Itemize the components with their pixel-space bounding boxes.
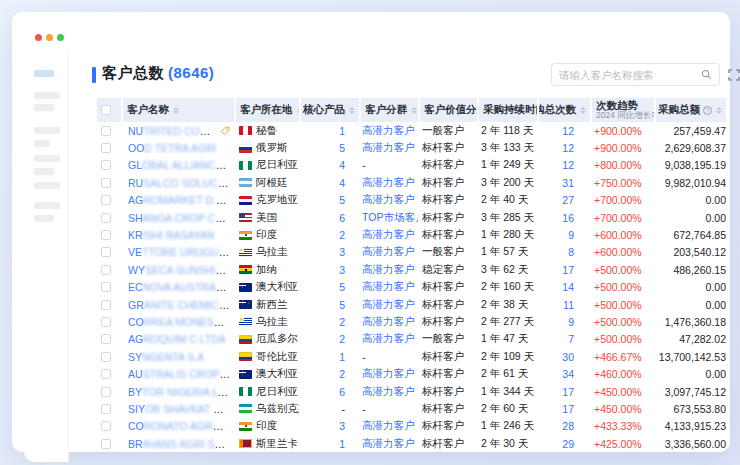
row-checkbox[interactable] — [101, 404, 111, 414]
row-checkbox[interactable] — [101, 178, 111, 188]
row-checkbox[interactable] — [101, 421, 111, 431]
select-all-checkbox[interactable] — [101, 105, 111, 115]
core-products-count[interactable]: 2 — [339, 229, 345, 241]
column-header-amount[interactable]: 采购总额 — [656, 98, 726, 122]
purchase-count-value[interactable]: 11 — [563, 299, 574, 311]
core-products-count[interactable]: 1 — [339, 125, 345, 137]
purchase-count-value[interactable]: 9 — [568, 316, 574, 328]
purchase-count-value[interactable]: 17 — [562, 403, 574, 415]
customer-name-link[interactable]: CORONATO AGROPACK PRIVATE E — [128, 420, 230, 432]
column-header-location[interactable]: 客户所在地 — [236, 98, 299, 122]
core-products-count[interactable]: 4 — [339, 177, 345, 189]
purchase-count-value[interactable]: 34 — [562, 368, 574, 380]
customer-name-link[interactable]: CORREA MONESTRINA ALVARO R — [128, 316, 230, 328]
window-minimize-button[interactable] — [46, 34, 53, 41]
row-checkbox[interactable] — [101, 282, 111, 292]
purchase-count-value[interactable]: 9 — [568, 229, 574, 241]
row-checkbox[interactable] — [101, 247, 111, 257]
purchase-count-value[interactable]: 29 — [562, 438, 574, 450]
column-header-duration[interactable]: 采购持续时间 — [479, 98, 537, 122]
row-checkbox[interactable] — [101, 160, 111, 170]
core-products-count[interactable]: 2 — [339, 368, 345, 380]
customer-name-masked: OBAL ALLIANCE FOR CHEMICALS — [142, 159, 230, 171]
purchase-count-value[interactable]: 27 — [562, 194, 574, 206]
customer-name-link[interactable]: ECNOVA AUSTRALIA PTY LIMITED — [128, 281, 230, 293]
purchase-count-value[interactable]: 12 — [562, 142, 574, 154]
window-maximize-button[interactable] — [57, 34, 64, 41]
core-products-count[interactable]: 2 — [339, 316, 345, 328]
customer-name-link[interactable]: VETTORE URUGUAY S.R.L — [128, 246, 230, 258]
column-header-value-tier[interactable]: 客户价值分层 — [420, 98, 477, 122]
row-checkbox[interactable] — [101, 369, 111, 379]
purchase-count-value[interactable]: 8 — [568, 246, 574, 258]
row-checkbox[interactable] — [101, 334, 111, 344]
purchase-count-value[interactable]: 17 — [562, 386, 574, 398]
purchase-count-value[interactable]: 14 — [562, 281, 574, 293]
customer-name-link[interactable]: BYTOR NIGERIA LTD — [128, 386, 230, 398]
row-checkbox[interactable] — [101, 143, 111, 153]
fullscreen-icon[interactable] — [728, 69, 740, 81]
core-products-count[interactable]: 5 — [339, 194, 345, 206]
row-checkbox[interactable] — [101, 352, 111, 362]
customer-name-link[interactable]: AGROQUIM C LTDA — [128, 333, 226, 345]
core-products-count[interactable]: 3 — [339, 264, 345, 276]
sidebar-placeholder-item — [34, 140, 50, 147]
customer-name-link[interactable]: SHANGA CROP CHEM — [128, 212, 230, 224]
row-checkbox[interactable] — [101, 213, 111, 223]
search-input[interactable] — [559, 69, 701, 81]
customer-name-link[interactable]: WYSECA SUNSHINE AGRIC PRO (U — [128, 264, 230, 276]
purchase-count-value[interactable]: 31 — [562, 177, 574, 189]
core-products-count[interactable]: 1 — [339, 438, 345, 450]
core-products-count[interactable]: 4 — [339, 159, 345, 171]
column-header-segment[interactable]: 客户分群 — [361, 98, 418, 122]
column-header-name[interactable]: 客户名称 — [123, 98, 234, 122]
core-products-count[interactable]: 5 — [339, 299, 345, 311]
purchase-count-value[interactable]: 12 — [562, 159, 574, 171]
core-products-count[interactable]: 6 — [339, 386, 345, 398]
core-products-count[interactable]: 5 — [339, 142, 345, 154]
row-checkbox[interactable] — [101, 265, 111, 275]
customer-name-masked: TOR NIGERIA LTD — [142, 386, 230, 398]
purchase-count-value[interactable]: 30 — [562, 351, 574, 363]
row-checkbox[interactable] — [101, 439, 111, 449]
customer-name-link[interactable]: RUSALCO SOLUCIONES S.A — [128, 177, 230, 189]
customer-name-link[interactable]: BRAVANS AGRI SOLUTIONS PVT LTD — [128, 438, 230, 450]
column-header-purchase-count[interactable]: 采购总次数 — [539, 98, 590, 122]
customer-name-link[interactable]: NUTRITED COMPAN S.A.C — [128, 125, 217, 137]
column-header-label: 客户价值分层 — [424, 103, 477, 117]
window-close-button[interactable] — [35, 34, 42, 41]
cell-purchase-count: 16 — [537, 209, 590, 226]
row-checkbox[interactable] — [101, 317, 111, 327]
core-products-count[interactable]: 3 — [339, 246, 345, 258]
core-products-count[interactable]: 6 — [339, 212, 345, 224]
purchase-count-value[interactable]: 17 — [562, 264, 574, 276]
column-header-trend[interactable]: 次数趋势2024 同比增长率 — [592, 98, 654, 122]
core-products-count[interactable]: 1 — [339, 351, 345, 363]
cell-amount: 0.00 — [654, 296, 726, 313]
customer-name-link[interactable]: GLOBAL ALLIANCE FOR CHEMICALS — [128, 159, 230, 171]
customer-name-link[interactable]: AUSTRALIS CROP PROTECTION P — [128, 368, 230, 380]
column-header-core-products[interactable]: 核心产品 — [301, 98, 359, 122]
row-checkbox[interactable] — [101, 387, 111, 397]
purchase-count-value[interactable]: 12 — [562, 125, 574, 137]
row-checkbox[interactable] — [101, 300, 111, 310]
customer-name-link[interactable]: OOD TETRA AGRI — [128, 142, 217, 154]
row-checkbox[interactable] — [101, 230, 111, 240]
cell-core-products: 2 — [299, 365, 359, 382]
customer-name-link[interactable]: SIYOB SHAVKAT ORZU FERMER X — [128, 403, 230, 415]
customer-name-link[interactable]: AGROMARKET D.O.O — [128, 194, 230, 206]
customer-search-box[interactable] — [551, 63, 720, 86]
duration-value: 3 年 200 天 — [481, 176, 534, 190]
purchase-count-value[interactable]: 7 — [568, 333, 574, 345]
row-checkbox[interactable] — [101, 195, 111, 205]
customer-name-link[interactable]: SYNGENTA S.A — [128, 351, 204, 363]
core-products-count[interactable]: 2 — [339, 333, 345, 345]
purchase-count-value[interactable]: 16 — [562, 212, 574, 224]
value-tier-label: 标杆客户 — [422, 385, 464, 399]
core-products-count[interactable]: 5 — [339, 281, 345, 293]
customer-name-link[interactable]: GRANITE CHEMICALS LIMITED — [128, 299, 230, 311]
row-checkbox[interactable] — [101, 126, 111, 136]
core-products-count[interactable]: 3 — [339, 420, 345, 432]
customer-name-link[interactable]: KRISHI RASAYAN — [128, 229, 215, 241]
purchase-count-value[interactable]: 28 — [562, 420, 574, 432]
